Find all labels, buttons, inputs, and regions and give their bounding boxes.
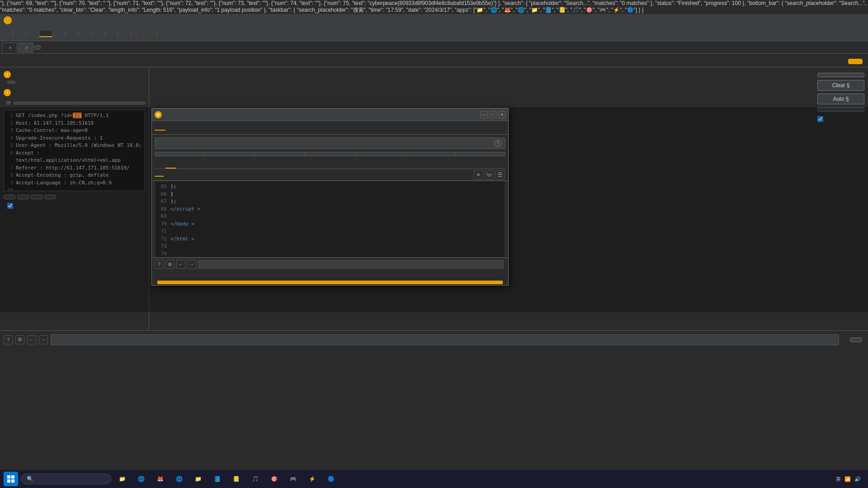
view-icon-wrap[interactable]: \n xyxy=(485,170,494,179)
clear-section-button[interactable]: Clear § xyxy=(817,80,864,91)
auto-section-button[interactable]: Auto § xyxy=(817,94,864,104)
filter-help-icon[interactable]: ? xyxy=(494,140,501,147)
menu-window[interactable] xyxy=(47,19,54,21)
overlay-minimize-button[interactable]: — xyxy=(480,111,487,118)
payload-positions-icon: ! xyxy=(4,89,11,96)
menu-repeater[interactable] xyxy=(39,19,46,21)
overlay-search-input[interactable] xyxy=(198,260,504,268)
nav-tab-user-options[interactable] xyxy=(144,31,157,37)
col-request[interactable] xyxy=(155,152,205,156)
overlay-search-help[interactable]: ? xyxy=(155,260,164,269)
nav-tab-project-options[interactable] xyxy=(131,31,144,37)
page-tab-payloads[interactable] xyxy=(14,58,25,63)
view-tab-render[interactable] xyxy=(184,174,193,176)
taskbar-app-music[interactable]: 🎵 xyxy=(247,471,263,487)
overlay-search-prev[interactable]: ← xyxy=(176,260,185,269)
view-icon-list[interactable]: ≡ xyxy=(474,170,483,179)
bottom-clear-button[interactable] xyxy=(850,338,862,342)
close-tab-1-icon[interactable]: ✕ xyxy=(9,46,12,50)
title-bar-left xyxy=(4,16,62,24)
view-tab-hex[interactable] xyxy=(175,174,184,176)
taskbar-app-game[interactable]: 🎮 xyxy=(285,471,301,487)
taskbar-lang: 英 xyxy=(836,476,841,483)
progress-section xyxy=(152,271,508,285)
nav-tab-dashboard[interactable] xyxy=(0,31,13,37)
taskbar-search[interactable]: 🔍 xyxy=(21,474,111,484)
taskbar-app-word[interactable]: 📘 xyxy=(209,471,225,487)
overlay-tab-resource-pool[interactable] xyxy=(187,126,198,130)
overlay-close-button[interactable]: ✕ xyxy=(498,111,505,118)
start-attack-button[interactable] xyxy=(848,59,863,64)
taskbar-app-explorer[interactable]: 📁 xyxy=(114,471,130,487)
bottom-search-input[interactable] xyxy=(51,334,839,345)
req-tab[interactable] xyxy=(155,156,165,169)
bottom-help-icon[interactable]: ? xyxy=(4,335,13,344)
resp-tab[interactable] xyxy=(165,156,176,169)
col-payload[interactable] xyxy=(205,152,255,156)
maximize-button[interactable] xyxy=(848,17,855,24)
view-tab-raw[interactable] xyxy=(165,174,174,176)
page-tab-positions[interactable] xyxy=(4,58,14,63)
overlay-tab-results[interactable] xyxy=(155,125,165,131)
bottom-settings-icon[interactable]: ⚙ xyxy=(15,335,24,344)
instance-tab-1[interactable]: ✕ xyxy=(2,42,17,52)
nav-tab-repeater[interactable] xyxy=(52,31,66,37)
taskbar-app-edge[interactable]: 🦊 xyxy=(152,471,168,487)
minimize-button[interactable] xyxy=(839,17,846,24)
taskbar-app-chrome[interactable]: 🌐 xyxy=(171,471,187,487)
menu-project[interactable] xyxy=(23,19,30,21)
target-url[interactable] xyxy=(14,102,145,104)
taskbar: 🔍 📁 🌐 🦊 🌐 📁 📘 📒 🎵 🎯 🎮 ⚡ 🔵 英 📶 🔊 xyxy=(0,470,868,488)
app-logo xyxy=(4,16,12,24)
overlay-search-settings[interactable]: ⚙ xyxy=(165,260,175,269)
overlay-tab-payloads[interactable] xyxy=(176,126,187,130)
col-length[interactable] xyxy=(405,152,455,156)
overlay-menu-attack[interactable] xyxy=(165,114,170,116)
nav-tab-decoder[interactable] xyxy=(79,31,92,37)
bottom-next-icon[interactable]: → xyxy=(39,335,48,344)
overlay-menu-save[interactable] xyxy=(173,114,178,116)
instance-tab-2[interactable]: ✕ xyxy=(18,42,33,52)
nav-tab-comparer[interactable] xyxy=(92,31,105,37)
col-timeout[interactable] xyxy=(355,152,405,156)
target-row: ⟳ xyxy=(4,100,145,106)
view-tab-pretty[interactable] xyxy=(155,173,164,177)
overlay-maximize-button[interactable]: □ xyxy=(489,111,496,118)
page-tab-resource-pool[interactable] xyxy=(25,58,36,63)
bottom-prev-icon[interactable]: ← xyxy=(27,335,36,344)
taskbar-app-onenote[interactable]: 📒 xyxy=(228,471,244,487)
overlay-tab-positions[interactable] xyxy=(165,126,176,130)
taskbar-app-blue[interactable]: 🔵 xyxy=(323,471,339,487)
close-button[interactable] xyxy=(857,17,864,24)
taskbar-app-ie[interactable]: 🌐 xyxy=(133,471,149,487)
nav-tab-target[interactable] xyxy=(13,31,26,37)
nav-tab-sequencer[interactable] xyxy=(66,31,79,37)
page-tab-options[interactable] xyxy=(36,58,47,63)
close-tab-2-icon[interactable]: ✕ xyxy=(25,46,28,50)
nav-tab-extender[interactable] xyxy=(118,31,131,37)
attack-type-value[interactable] xyxy=(7,81,15,84)
taskbar-app-files[interactable]: 📁 xyxy=(190,471,206,487)
menu-help[interactable] xyxy=(55,19,62,21)
add-section-button[interactable] xyxy=(817,73,864,77)
menu-burp[interactable] xyxy=(14,19,22,21)
start-button[interactable] xyxy=(4,472,18,486)
overlay-search-bar: ? ⚙ ← → xyxy=(152,258,508,271)
taskbar-app-vscode[interactable]: ⚡ xyxy=(304,471,320,487)
col-status[interactable] xyxy=(255,152,305,156)
overlay-search-next[interactable]: → xyxy=(187,260,196,269)
taskbar-app-red[interactable]: 🎯 xyxy=(266,471,282,487)
col-comment[interactable] xyxy=(455,152,505,156)
target-refresh-icon[interactable]: ⟳ xyxy=(6,100,11,106)
overlay-tab-options[interactable] xyxy=(198,126,209,130)
menu-intruder[interactable] xyxy=(31,19,38,21)
more-tabs-button[interactable] xyxy=(34,45,41,50)
col-error[interactable] xyxy=(305,152,355,156)
overlay-menu-columns[interactable] xyxy=(181,114,186,116)
nav-tab-proxy[interactable] xyxy=(26,31,39,37)
view-icon-more[interactable]: ☰ xyxy=(495,170,505,179)
nav-tab-logger[interactable] xyxy=(105,31,118,37)
progress-fill xyxy=(157,281,503,284)
nav-tab-intruder[interactable] xyxy=(39,31,52,37)
title-bar-menu xyxy=(14,19,62,21)
